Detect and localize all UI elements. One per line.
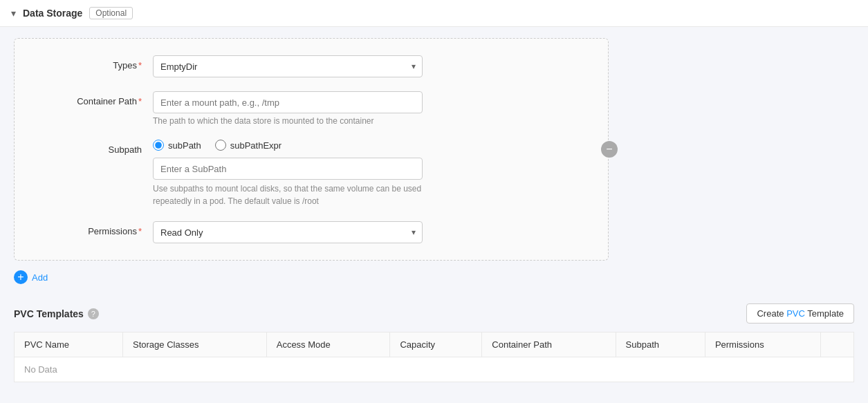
section-header: ▾ Data Storage Optional: [0, 0, 868, 27]
subpath-input[interactable]: [153, 158, 423, 180]
page-wrapper: ▾ Data Storage Optional Types* EmptyDir …: [0, 0, 868, 403]
container-path-field: The path to which the data store is moun…: [153, 91, 430, 126]
col-storage-classes: Storage Classes: [123, 332, 267, 357]
types-select-wrapper: EmptyDir HostPath NFS ConfigMap Secret P…: [153, 55, 423, 77]
pvc-table-body: No Data: [15, 357, 854, 382]
subpath-radio1[interactable]: [153, 140, 164, 151]
required-star-path: *: [138, 96, 142, 106]
section-title: Data Storage: [23, 8, 82, 19]
types-label: Types*: [42, 55, 153, 71]
pvc-table: PVC Name Storage Classes Access Mode Cap…: [14, 332, 854, 382]
container-path-hint: The path to which the data store is moun…: [153, 116, 430, 126]
add-circle-icon: +: [14, 270, 28, 284]
subpath-option2-label: subPathExpr: [230, 140, 281, 151]
subpath-options: subPath subPathExpr: [153, 140, 430, 151]
subpath-hint: Use subpaths to mount local disks, so th…: [153, 182, 423, 207]
col-container-path: Container Path: [482, 332, 616, 357]
types-select[interactable]: EmptyDir HostPath NFS ConfigMap Secret P…: [153, 55, 423, 77]
create-pvc-button[interactable]: Create PVC Template: [746, 303, 854, 324]
pvc-table-head: PVC Name Storage Classes Access Mode Cap…: [15, 332, 854, 357]
types-field: EmptyDir HostPath NFS ConfigMap Secret P…: [153, 55, 430, 77]
col-permissions: Permissions: [705, 332, 820, 357]
main-content: Types* EmptyDir HostPath NFS ConfigMap S…: [0, 27, 868, 393]
storage-card: Types* EmptyDir HostPath NFS ConfigMap S…: [14, 38, 609, 261]
optional-badge: Optional: [89, 7, 133, 19]
no-data-row: No Data: [15, 357, 854, 382]
add-label: Add: [32, 272, 48, 283]
permissions-select-wrapper: Read Only Read Write ▾: [153, 221, 423, 243]
chevron-down-icon[interactable]: ▾: [11, 8, 16, 19]
subpath-radio-option1[interactable]: subPath: [153, 140, 201, 151]
subpath-row: Subpath subPath subPathExpr U: [42, 140, 580, 207]
pvc-section: PVC Templates ? Create PVC Template PVC …: [14, 303, 854, 382]
subpath-label: Subpath: [42, 140, 153, 155]
pvc-title: PVC Templates: [14, 308, 84, 319]
permissions-row: Permissions* Read Only Read Write ▾: [42, 221, 580, 243]
no-data-cell: No Data: [15, 357, 854, 382]
subpath-radio-option2[interactable]: subPathExpr: [215, 140, 281, 151]
col-access-mode: Access Mode: [266, 332, 390, 357]
col-subpath: Subpath: [616, 332, 705, 357]
required-star: *: [138, 60, 142, 71]
subpath-field: subPath subPathExpr Use subpaths to moun…: [153, 140, 430, 207]
remove-button[interactable]: −: [601, 141, 618, 158]
col-pvc-name: PVC Name: [15, 332, 123, 357]
pvc-highlight: PVC: [786, 308, 805, 319]
pvc-table-header-row: PVC Name Storage Classes Access Mode Cap…: [15, 332, 854, 357]
container-path-label: Container Path*: [42, 91, 153, 106]
permissions-label: Permissions*: [42, 221, 153, 236]
types-row: Types* EmptyDir HostPath NFS ConfigMap S…: [42, 55, 580, 77]
container-path-input[interactable]: [153, 91, 423, 113]
col-actions: [820, 332, 853, 357]
subpath-option1-label: subPath: [168, 140, 201, 151]
permissions-field: Read Only Read Write ▾: [153, 221, 430, 243]
minus-icon: −: [606, 144, 612, 155]
col-capacity: Capacity: [390, 332, 482, 357]
help-icon[interactable]: ?: [88, 308, 99, 319]
subpath-radio2[interactable]: [215, 140, 226, 151]
required-star-perm: *: [138, 226, 142, 236]
permissions-select[interactable]: Read Only Read Write: [153, 221, 423, 243]
add-button[interactable]: + Add: [14, 270, 48, 284]
container-path-row: Container Path* The path to which the da…: [42, 91, 580, 126]
pvc-header: PVC Templates ? Create PVC Template: [14, 303, 854, 324]
pvc-title-group: PVC Templates ?: [14, 308, 99, 319]
